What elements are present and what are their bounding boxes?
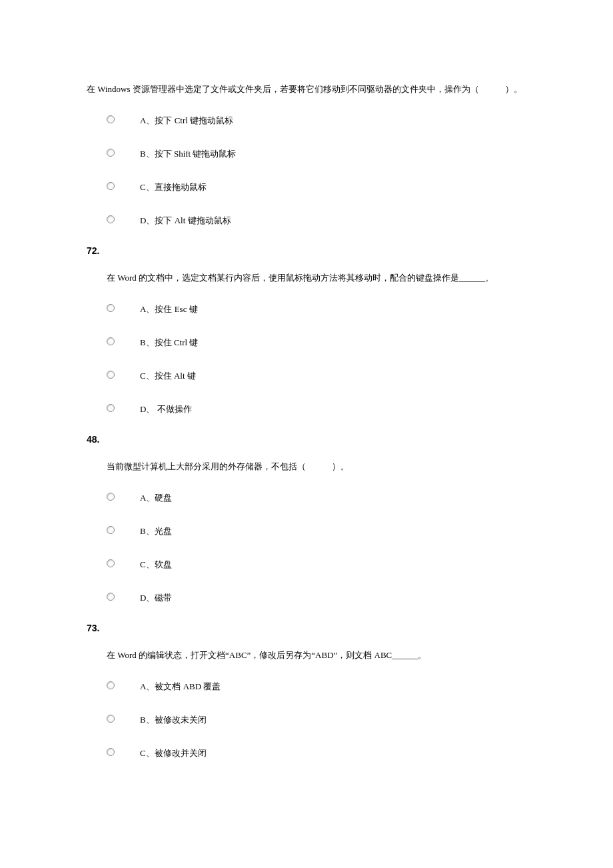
radio-icon[interactable]	[107, 304, 115, 312]
question-stem: 当前微型计算机上大部分采用的外存储器，不包括（ ）。	[107, 457, 526, 477]
radio-icon[interactable]	[107, 526, 115, 534]
option-text: B、按下 Shift 键拖动鼠标	[140, 143, 236, 161]
option-row: C、直接拖动鼠标	[107, 177, 526, 195]
option-text: B、按住 Ctrl 键	[140, 332, 198, 350]
option-text: C、直接拖动鼠标	[140, 177, 207, 195]
radio-icon[interactable]	[107, 493, 115, 501]
option-row: B、按住 Ctrl 键	[107, 332, 526, 351]
option-row: A、按下 Ctrl 键拖动鼠标	[107, 110, 526, 129]
option-text: A、硬盘	[140, 487, 172, 505]
radio-icon[interactable]	[107, 371, 115, 379]
option-text: C、被修改并关闭	[140, 743, 207, 761]
option-text: A、按住 Esc 键	[140, 299, 198, 317]
radio-icon[interactable]	[107, 559, 115, 567]
question-number: 73.	[87, 621, 526, 635]
question-block: 在 Windows 资源管理器中选定了文件或文件夹后，若要将它们移动到不同驱动器…	[87, 80, 526, 229]
radio-icon[interactable]	[107, 115, 115, 123]
option-row: D、按下 Alt 键拖动鼠标	[107, 210, 526, 229]
radio-icon[interactable]	[107, 748, 115, 756]
question-block: 在 Word 的文档中，选定文档某行内容后，使用鼠标拖动方法将其移动时，配合的键…	[87, 269, 526, 417]
option-row: B、按下 Shift 键拖动鼠标	[107, 143, 526, 162]
question-stem: 在 Word 的文档中，选定文档某行内容后，使用鼠标拖动方法将其移动时，配合的键…	[107, 269, 526, 288]
question-number: 48.	[87, 432, 526, 447]
question-block: 在 Word 的编辑状态，打开文档“ABC”，修改后另存为“ABD”，则文档 A…	[87, 646, 526, 761]
question-block: 当前微型计算机上大部分采用的外存储器，不包括（ ）。 A、硬盘 B、光盘 C、软…	[87, 457, 526, 606]
radio-icon[interactable]	[107, 337, 115, 345]
option-text: B、被修改未关闭	[140, 709, 207, 727]
option-text: C、软盘	[140, 554, 172, 572]
question-number: 72.	[87, 243, 526, 258]
radio-icon[interactable]	[107, 149, 115, 157]
radio-icon[interactable]	[107, 215, 115, 223]
option-row: C、按住 Alt 键	[107, 365, 526, 384]
option-text: D、磁带	[140, 587, 172, 605]
radio-icon[interactable]	[107, 593, 115, 601]
radio-icon[interactable]	[107, 182, 115, 190]
option-text: D、按下 Alt 键拖动鼠标	[140, 210, 231, 228]
option-text: A、被文档 ABD 覆盖	[140, 676, 221, 694]
question-stem: 在 Word 的编辑状态，打开文档“ABC”，修改后另存为“ABD”，则文档 A…	[107, 646, 526, 665]
option-text: B、光盘	[140, 521, 172, 539]
option-row: D、 不做操作	[107, 399, 526, 417]
option-row: B、光盘	[107, 521, 526, 539]
option-row: A、被文档 ABD 覆盖	[107, 676, 526, 695]
option-row: A、硬盘	[107, 487, 526, 506]
option-row: A、按住 Esc 键	[107, 299, 526, 317]
question-stem: 在 Windows 资源管理器中选定了文件或文件夹后，若要将它们移动到不同驱动器…	[87, 80, 526, 99]
option-row: B、被修改未关闭	[107, 709, 526, 728]
radio-icon[interactable]	[107, 681, 115, 689]
option-row: C、被修改并关闭	[107, 743, 526, 761]
option-text: C、按住 Alt 键	[140, 365, 196, 383]
option-row: D、磁带	[107, 587, 526, 606]
option-text: A、按下 Ctrl 键拖动鼠标	[140, 110, 233, 128]
option-text: D、 不做操作	[140, 399, 192, 417]
radio-icon[interactable]	[107, 715, 115, 723]
option-row: C、软盘	[107, 554, 526, 573]
radio-icon[interactable]	[107, 404, 115, 412]
